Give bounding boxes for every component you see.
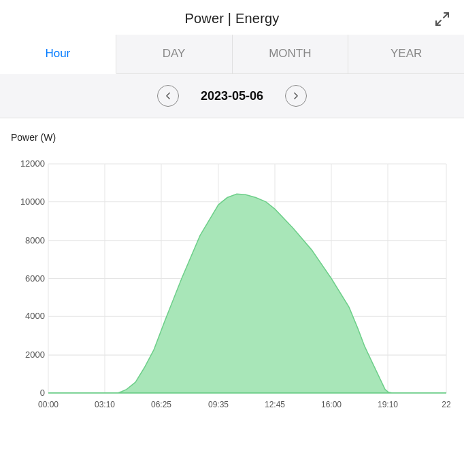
svg-text:22: 22 <box>442 400 450 409</box>
svg-text:0: 0 <box>40 388 45 398</box>
svg-text:2000: 2000 <box>25 350 45 360</box>
chart-section: Power (W) 12000 10000 8000 6000 4000 200… <box>0 118 464 428</box>
tab-bar: Hour DAY MONTH YEAR <box>0 35 464 74</box>
power-chart: 12000 10000 8000 6000 4000 2000 0 00:00 … <box>11 150 453 422</box>
svg-text:16:00: 16:00 <box>321 400 342 409</box>
svg-text:12000: 12000 <box>20 158 45 169</box>
chart-container: 12000 10000 8000 6000 4000 2000 0 00:00 … <box>11 150 453 422</box>
tab-day[interactable]: DAY <box>116 35 233 73</box>
tab-year[interactable]: YEAR <box>348 35 464 73</box>
svg-text:12:45: 12:45 <box>265 400 285 409</box>
svg-text:06:25: 06:25 <box>151 400 171 409</box>
svg-text:19:10: 19:10 <box>378 400 398 409</box>
tab-hour[interactable]: Hour <box>0 35 116 74</box>
current-date: 2023-05-06 <box>201 89 263 103</box>
svg-text:00:00: 00:00 <box>38 400 59 409</box>
svg-text:6000: 6000 <box>25 273 45 283</box>
svg-text:03:10: 03:10 <box>95 400 115 409</box>
svg-text:10000: 10000 <box>20 197 45 207</box>
tab-month[interactable]: MONTH <box>233 35 349 73</box>
svg-line-1 <box>436 20 441 25</box>
svg-text:09:35: 09:35 <box>208 400 229 409</box>
svg-text:8000: 8000 <box>25 235 45 245</box>
next-date-button[interactable] <box>285 85 307 107</box>
date-navigator: 2023-05-06 <box>0 74 464 118</box>
svg-line-0 <box>444 13 448 18</box>
chart-y-axis-label: Power (W) <box>11 132 453 143</box>
svg-text:4000: 4000 <box>25 311 45 321</box>
page-title: Power | Energy <box>184 11 279 27</box>
header: Power | Energy <box>0 0 464 35</box>
expand-icon[interactable] <box>434 11 450 27</box>
prev-date-button[interactable] <box>157 85 179 107</box>
